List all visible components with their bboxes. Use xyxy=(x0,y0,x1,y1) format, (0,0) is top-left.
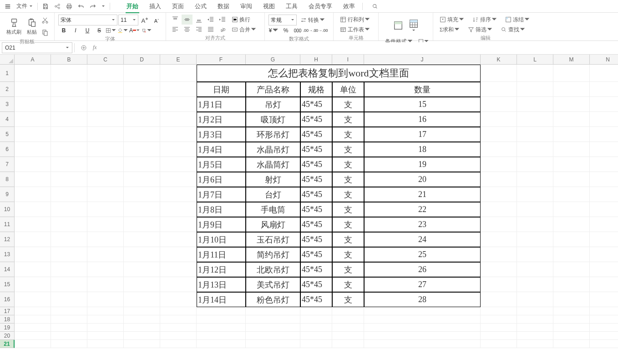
cell[interactable] xyxy=(124,65,160,82)
cell[interactable] xyxy=(87,112,124,127)
cell[interactable] xyxy=(517,307,553,315)
data-cell[interactable]: 22 xyxy=(364,202,481,217)
data-cell[interactable]: 支 xyxy=(332,127,364,142)
file-menu[interactable]: 文件 xyxy=(14,1,35,12)
cell[interactable] xyxy=(160,217,197,232)
cell[interactable] xyxy=(160,324,197,332)
cell[interactable] xyxy=(51,127,87,142)
cell[interactable] xyxy=(160,187,197,202)
cell[interactable] xyxy=(590,277,618,292)
cell[interactable] xyxy=(517,127,553,142)
cell[interactable] xyxy=(124,112,160,127)
data-cell[interactable]: 23 xyxy=(364,217,481,232)
cell[interactable] xyxy=(246,324,300,332)
data-cell[interactable]: 粉色吊灯 xyxy=(246,292,300,307)
col-header-N[interactable]: N xyxy=(590,55,618,65)
cell[interactable] xyxy=(481,332,517,340)
cell[interactable] xyxy=(124,307,160,315)
cell[interactable] xyxy=(124,82,160,97)
cell[interactable] xyxy=(590,292,618,307)
cell[interactable] xyxy=(517,262,553,277)
cell[interactable] xyxy=(160,292,197,307)
cell[interactable] xyxy=(553,262,590,277)
cell[interactable] xyxy=(124,332,160,340)
header-cell[interactable]: 单位 xyxy=(332,82,364,97)
align-middle-button[interactable] xyxy=(182,15,192,25)
data-cell[interactable]: 26 xyxy=(364,262,481,277)
cell[interactable] xyxy=(481,247,517,262)
cell[interactable] xyxy=(553,97,590,112)
data-cell[interactable]: 45*45 xyxy=(300,112,332,127)
cell[interactable] xyxy=(160,172,197,187)
cell[interactable] xyxy=(246,332,300,340)
cell[interactable] xyxy=(51,232,87,247)
align-right-button[interactable] xyxy=(193,25,204,35)
row-header-15[interactable]: 15 xyxy=(0,277,15,292)
cell[interactable] xyxy=(590,142,618,157)
cell[interactable] xyxy=(517,187,553,202)
cell[interactable] xyxy=(51,315,87,324)
sort-button[interactable]: 排序 xyxy=(470,15,501,25)
convert-button[interactable]: 转换 xyxy=(298,15,329,25)
cell[interactable] xyxy=(15,157,51,172)
cell[interactable] xyxy=(364,307,481,315)
row-header-1[interactable]: 1 xyxy=(0,65,15,82)
cells-area[interactable]: 怎么把表格复制到word文档里面日期产品名称规格单位数量1月1日吊灯45*45支… xyxy=(15,65,618,348)
cell[interactable] xyxy=(553,332,590,340)
cell[interactable] xyxy=(517,65,553,82)
row-header-5[interactable]: 5 xyxy=(0,127,15,142)
cell[interactable] xyxy=(517,277,553,292)
name-box[interactable]: O21 xyxy=(2,42,72,53)
cell[interactable] xyxy=(160,142,197,157)
cell[interactable] xyxy=(481,217,517,232)
cell[interactable] xyxy=(553,315,590,324)
cell[interactable] xyxy=(51,307,87,315)
row-header-14[interactable]: 14 xyxy=(0,262,15,277)
cell[interactable] xyxy=(517,97,553,112)
data-cell[interactable]: 45*45 xyxy=(300,232,332,247)
font-name-select[interactable]: 宋体 xyxy=(58,15,117,25)
cell[interactable] xyxy=(124,277,160,292)
cell[interactable] xyxy=(590,332,618,340)
cell[interactable] xyxy=(553,187,590,202)
format-painter-button[interactable]: 格式刷 xyxy=(4,15,24,38)
cell[interactable] xyxy=(300,307,332,315)
data-cell[interactable]: 27 xyxy=(364,277,481,292)
cell[interactable] xyxy=(124,97,160,112)
spreadsheet-grid[interactable]: ABCDEFGHIJKLMN 1234567891011121314151617… xyxy=(0,55,618,350)
header-cell[interactable]: 日期 xyxy=(197,82,246,97)
data-cell[interactable]: 简约吊灯 xyxy=(246,247,300,262)
cell[interactable] xyxy=(87,277,124,292)
cell[interactable] xyxy=(87,172,124,187)
merge-button[interactable]: 合并 xyxy=(229,25,261,35)
tab-审阅[interactable]: 审阅 xyxy=(235,0,258,13)
row-header-20[interactable]: 20 xyxy=(0,332,15,340)
cell[interactable] xyxy=(87,202,124,217)
data-cell[interactable]: 支 xyxy=(332,277,364,292)
cell[interactable] xyxy=(15,232,51,247)
cell[interactable] xyxy=(51,324,87,332)
tab-视图[interactable]: 视图 xyxy=(258,0,280,13)
tab-页面[interactable]: 页面 xyxy=(167,0,189,13)
sum-button[interactable]: Σ求和 xyxy=(437,25,464,35)
share-button[interactable] xyxy=(51,1,63,12)
cell[interactable] xyxy=(87,187,124,202)
cell-style-button[interactable] xyxy=(390,15,406,36)
col-header-E[interactable]: E xyxy=(160,55,197,65)
data-cell[interactable]: 支 xyxy=(332,247,364,262)
cell[interactable] xyxy=(87,157,124,172)
data-cell[interactable]: 15 xyxy=(364,97,481,112)
data-cell[interactable]: 风扇灯 xyxy=(246,217,300,232)
cell[interactable] xyxy=(590,112,618,127)
cell[interactable] xyxy=(332,340,364,348)
cell[interactable] xyxy=(481,324,517,332)
cell[interactable] xyxy=(197,332,246,340)
cell[interactable] xyxy=(15,247,51,262)
cell[interactable] xyxy=(51,277,87,292)
align-top-button[interactable] xyxy=(170,15,181,25)
decrease-decimal-button[interactable]: .0→.00 xyxy=(316,25,327,35)
cell[interactable] xyxy=(87,324,124,332)
data-cell[interactable]: 45*45 xyxy=(300,262,332,277)
cell[interactable] xyxy=(590,247,618,262)
data-cell[interactable]: 1月9日 xyxy=(197,217,246,232)
